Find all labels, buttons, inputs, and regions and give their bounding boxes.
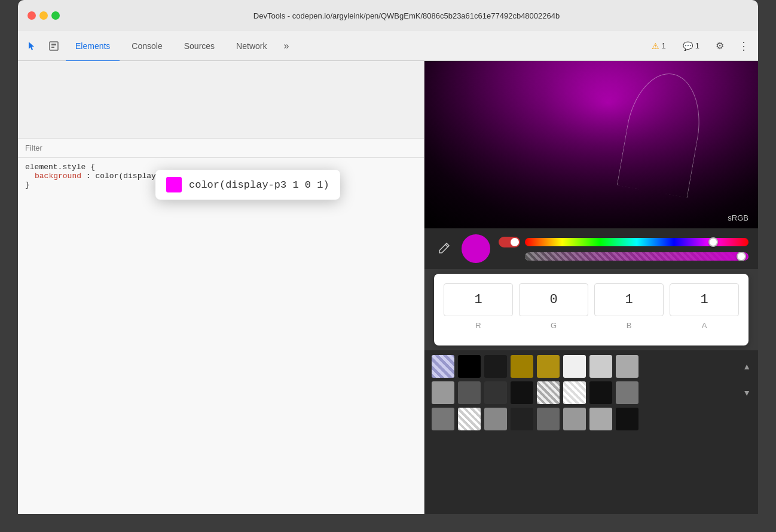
swatch[interactable] [563,355,586,378]
swatch[interactable] [511,355,533,378]
minimize-button[interactable] [39,11,48,20]
swatch[interactable] [589,355,612,378]
main-content: element.style { background : color(displ… [18,61,758,514]
rgba-inputs: R G B A [444,283,739,330]
srgb-label: sRGB [728,213,748,222]
swatch[interactable] [484,408,507,430]
swatch[interactable] [484,355,507,378]
filter-input[interactable] [25,143,126,152]
r-field: R [444,283,513,330]
color-swatch-tooltip[interactable] [166,177,182,192]
a-input[interactable] [670,283,739,316]
swatch[interactable] [616,381,638,404]
element-tree [18,61,424,139]
inspect-icon[interactable] [44,36,63,56]
swatch[interactable] [458,408,481,430]
swatch[interactable] [511,408,533,430]
svg-rect-1 [51,44,56,45]
swatch[interactable] [458,355,481,378]
style-property: background [35,172,81,181]
message-icon: 💬 [683,41,693,51]
g-label: G [551,321,557,330]
window-title: DevTools - codepen.io/argyleink/pen/QWBg… [65,11,748,20]
tab-elements[interactable]: Elements [66,32,120,62]
left-panel: element.style { background : color(displ… [18,61,424,514]
opacity-slider[interactable] [525,252,748,261]
a-label: A [702,321,707,330]
a-field: A [670,283,739,330]
message-badge[interactable]: 💬 1 [677,39,705,53]
styles-panel: element.style { background : color(displ… [18,139,424,514]
swatch[interactable] [432,355,454,378]
rgba-panel: R G B A [434,274,748,346]
color-tooltip-text: color(display-p3 1 0 1) [189,179,329,191]
more-options-button[interactable]: ⋮ [734,36,753,56]
swatch[interactable] [537,355,560,378]
svg-rect-0 [50,42,58,50]
style-close-brace: } [25,181,30,189]
swatches-row-1: ▲ [432,355,751,378]
swatch[interactable] [589,381,612,404]
style-colon: : [86,172,96,181]
r-label: R [475,321,481,330]
swatches-scroll-down[interactable]: ▼ [743,388,751,398]
swatch[interactable] [458,381,481,404]
svg-rect-2 [51,47,54,48]
swatch[interactable] [563,408,586,430]
right-panel: sRGB [424,61,758,514]
tab-bar: Elements Console Sources Network » ⚠ 1 💬 [18,31,758,61]
color-preview-circle [462,234,490,263]
titlebar: DevTools - codepen.io/argyleink/pen/QWBg… [18,0,758,31]
color-mode-toggle[interactable] [499,237,520,247]
tab-sources[interactable]: Sources [175,32,224,62]
filter-bar [18,139,424,158]
b-field: B [594,283,664,330]
swatch[interactable] [589,408,612,430]
traffic-lights [28,11,60,20]
swatches-scroll-up[interactable]: ▲ [743,362,751,371]
tab-console[interactable]: Console [122,32,172,62]
swatch[interactable] [616,355,638,378]
close-button[interactable] [28,11,36,20]
swatch[interactable] [563,381,586,404]
tab-network[interactable]: Network [227,32,276,62]
color-controls [424,228,758,269]
warning-badge[interactable]: ⚠ 1 [646,39,672,53]
g-input[interactable] [519,283,588,316]
b-input[interactable] [594,283,664,316]
color-tooltip: color(display-p3 1 0 1) [155,170,340,200]
cursor-icon[interactable] [23,36,42,56]
maximize-button[interactable] [51,11,60,20]
settings-button[interactable]: ⚙ [710,36,729,56]
svg-line-3 [445,244,448,247]
eyedropper-button[interactable] [434,239,453,258]
swatches-area: ▲ ▼ [424,350,758,514]
swatch[interactable] [537,381,560,404]
g-field: G [519,283,588,330]
hue-slider[interactable] [525,238,748,246]
gradient-picker[interactable]: sRGB [424,61,758,228]
style-selector: element.style { [25,163,95,172]
warning-icon: ⚠ [652,41,659,51]
r-input[interactable] [444,283,513,316]
b-label: B [627,321,632,330]
swatch[interactable] [511,381,533,404]
swatches-row-3 [432,408,751,430]
swatch[interactable] [484,381,507,404]
swatch[interactable] [537,408,560,430]
swatches-row-2: ▼ [432,381,751,404]
swatch[interactable] [432,408,454,430]
more-tabs-button[interactable]: » [279,31,294,61]
swatch[interactable] [616,408,638,430]
swatch[interactable] [432,381,454,404]
